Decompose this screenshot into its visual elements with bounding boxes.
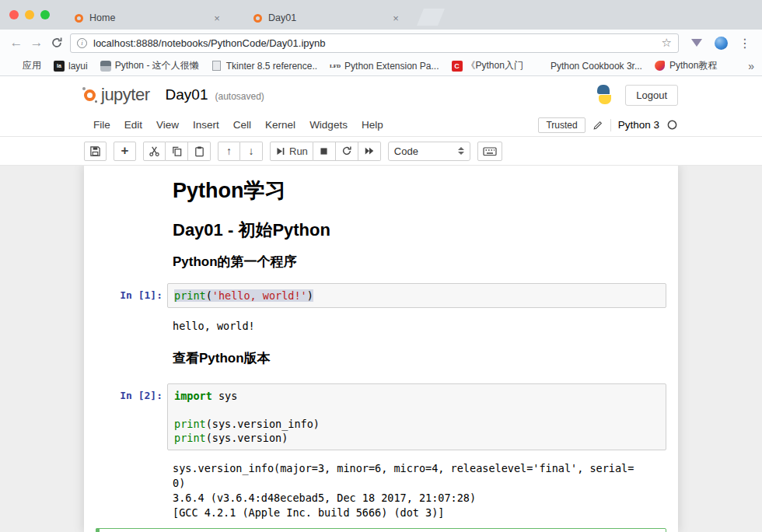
autosave-status: (autosaved) <box>215 88 264 102</box>
page-info-icon[interactable]: i <box>77 38 87 48</box>
bookmark-star-icon[interactable]: ☆ <box>662 36 672 50</box>
save-button[interactable] <box>84 142 107 161</box>
jupyter-wordmark: jupyter <box>101 85 150 105</box>
output-prompt-spacer <box>96 458 167 522</box>
run-cell-button[interactable]: Run <box>270 142 313 161</box>
bookmark-tkinter[interactable]: Tkinter 8.5 reference.. <box>211 61 317 72</box>
interrupt-kernel-button[interactable] <box>313 142 336 161</box>
code-cell-2[interactable]: In [2]: import sys print(sys.version_inf… <box>96 376 666 454</box>
traffic-lights <box>9 10 50 19</box>
markdown-cell-h1[interactable]: Python学习 <box>96 173 666 215</box>
extension-globe-icon[interactable] <box>715 37 728 50</box>
markdown-cell-h3-second[interactable]: 查看Python版本 <box>96 339 666 376</box>
code-token: print <box>174 289 206 302</box>
feather-icon <box>655 61 665 71</box>
zoom-window-button[interactable] <box>40 10 50 19</box>
bookmark-cookbook[interactable]: Python Cookbook 3r... <box>536 61 642 72</box>
cell-type-dropdown[interactable]: Code <box>388 142 470 161</box>
page-title: Python学习 <box>173 177 661 204</box>
minimize-window-button[interactable] <box>25 10 34 19</box>
menu-widgets[interactable]: Widgets <box>302 116 355 134</box>
menu-edit[interactable]: Edit <box>117 116 149 134</box>
bookmark-apps[interactable]: 应用 <box>8 59 41 72</box>
output-text: [GCC 4.2.1 (Apple Inc. build 5666) (dot … <box>173 506 666 520</box>
tab-title: Day01 <box>268 12 384 23</box>
code-token: (sys.version) <box>206 432 288 444</box>
bookmark-python-intro[interactable]: C 《Python入门 <box>452 59 523 72</box>
edit-mode-pencil-icon <box>592 120 603 131</box>
tab-day01[interactable]: Day01 × <box>238 6 415 30</box>
jupyter-logo[interactable]: jupyter <box>84 85 150 105</box>
bookmark-label: Python教程 <box>669 59 717 72</box>
url-bar[interactable]: i localhost:8888/notebooks/PythonCode/Da… <box>70 33 679 53</box>
layui-icon: la <box>54 61 65 72</box>
code-token: import <box>174 390 212 402</box>
subsection-title: Python的第一个程序 <box>173 254 661 271</box>
code-cell-1[interactable]: In [1]: print('hello, world!') <box>96 279 666 312</box>
back-icon[interactable]: ← <box>6 33 26 53</box>
bookmark-python-blog[interactable]: Python - 这个人很懒 <box>100 59 199 72</box>
output-text: 3.6.4 (v3.6.4:d48ecebad5, Dec 18 2017, 2… <box>173 491 666 506</box>
dropdown-arrows-icon <box>458 147 464 155</box>
jupyter-favicon <box>253 14 262 23</box>
restart-kernel-button[interactable] <box>336 142 358 161</box>
output-text: hello, world! <box>173 319 666 334</box>
menu-help[interactable]: Help <box>355 116 390 134</box>
input-prompt: In [2]: <box>96 383 167 450</box>
markdown-cell-h2[interactable]: Day01 - 初始Python <box>96 215 666 250</box>
tab-strip: Home × Day01 × <box>0 0 762 30</box>
cut-cell-button[interactable] <box>143 142 166 161</box>
tab-close-icon[interactable]: × <box>390 12 401 24</box>
cell-type-value: Code <box>394 145 418 157</box>
apps-grid-icon <box>8 61 19 72</box>
bookmark-python-tutorial[interactable]: Python教程 <box>655 59 717 72</box>
menu-insert[interactable]: Insert <box>186 116 226 134</box>
output-prompt-spacer <box>96 316 167 335</box>
kernel-idle-icon <box>666 119 678 131</box>
tab-home[interactable]: Home × <box>59 6 236 30</box>
output-cell-2: sys.version_info(major=3, minor=6, micro… <box>96 454 666 526</box>
notebook-title[interactable]: Day01 <box>166 86 208 103</box>
bookmark-extension-packages[interactable]: LFD Python Extension Pa... <box>330 61 439 72</box>
notebook-toolbar: + ↑ ↓ Run <box>0 137 762 166</box>
tab-close-icon[interactable]: × <box>211 12 222 24</box>
section-title: Day01 - 初始Python <box>173 219 661 241</box>
menu-view[interactable]: View <box>149 116 186 134</box>
menu-kernel[interactable]: Kernel <box>258 116 302 134</box>
trusted-badge[interactable]: Trusted <box>538 117 585 133</box>
bookmark-label: Python - 这个人很懒 <box>115 59 199 72</box>
logout-button[interactable]: Logout <box>625 85 678 106</box>
add-cell-button[interactable]: + <box>114 142 136 161</box>
jupyter-header: jupyter Day01 (autosaved) Logout <box>0 76 762 114</box>
command-palette-button[interactable] <box>477 142 502 161</box>
restart-run-all-button[interactable] <box>358 142 381 161</box>
markdown-cell-h3-first[interactable]: Python的第一个程序 <box>96 250 666 279</box>
output-cell-1: hello, world! <box>96 312 666 339</box>
menu-file[interactable]: File <box>84 116 117 134</box>
code-input-area[interactable]: import sys print(sys.version_info) print… <box>167 383 666 450</box>
move-cell-up-button[interactable]: ↑ <box>218 142 240 161</box>
code-cell-empty-selected[interactable]: In [ ]: <box>96 528 666 532</box>
notebook-scroll-area[interactable]: Python学习 Day01 - 初始Python Python的第一个程序 I… <box>0 166 762 532</box>
run-label: Run <box>289 145 308 157</box>
extension-triangle-icon[interactable] <box>691 39 702 47</box>
menu-cell[interactable]: Cell <box>226 116 258 134</box>
kernel-name: Python 3 <box>618 119 659 131</box>
copy-cell-button[interactable] <box>166 142 188 161</box>
close-window-button[interactable] <box>9 10 19 19</box>
new-tab-button[interactable] <box>417 9 445 26</box>
bookmark-layui[interactable]: la layui <box>54 61 88 72</box>
reload-icon[interactable] <box>47 33 67 53</box>
url-text[interactable]: localhost:8888/notebooks/PythonCode/Day0… <box>93 37 662 49</box>
lfd-icon: LFD <box>330 61 341 72</box>
paste-cell-button[interactable] <box>188 142 211 161</box>
bookmarks-overflow-icon[interactable]: » <box>748 60 754 72</box>
move-cell-down-button[interactable]: ↓ <box>240 142 263 161</box>
code-input-area[interactable]: print('hello, world!') <box>167 283 666 308</box>
code-token: print <box>174 418 206 430</box>
bookmark-label: 应用 <box>23 59 41 72</box>
forward-icon[interactable]: → <box>26 33 47 53</box>
browser-menu-icon[interactable]: ⋮ <box>739 36 751 51</box>
browser-window: Home × Day01 × ← → i localhost:8888/note… <box>0 0 762 532</box>
csdn-icon: C <box>452 61 463 72</box>
